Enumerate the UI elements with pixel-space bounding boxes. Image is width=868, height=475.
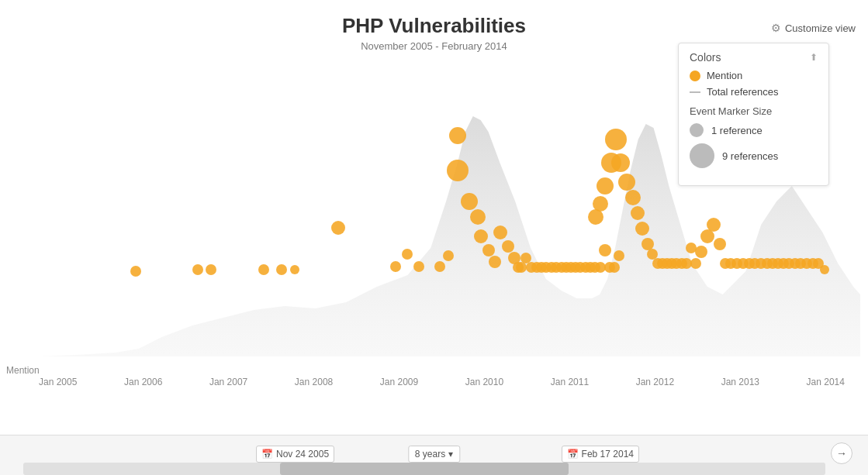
scatter-dot[interactable] (276, 264, 287, 275)
x-axis-label: Jan 2008 (295, 377, 333, 387)
gear-icon: ⚙ (771, 22, 781, 34)
scatter-dot[interactable] (599, 244, 611, 256)
scatter-dot[interactable] (714, 238, 726, 250)
chart-container: PHP Vulnerabilities November 2005 - Febr… (0, 0, 868, 475)
x-axis: Jan 2005Jan 2006Jan 2007Jan 2008Jan 2009… (0, 377, 868, 387)
x-axis-label: Jan 2013 (721, 377, 759, 387)
scatter-dot[interactable] (690, 258, 701, 269)
date-end-value: Feb 17 2014 (582, 449, 634, 460)
customize-view-button[interactable]: ⚙ Customize view (771, 22, 856, 34)
scatter-dot[interactable] (609, 262, 620, 273)
scatter-dot[interactable] (611, 153, 630, 172)
duration-select[interactable]: 8 years ▾ (408, 446, 460, 463)
scatter-dot[interactable] (489, 256, 501, 268)
calendar-right-icon: 📅 (567, 449, 579, 460)
scatter-dot[interactable] (443, 250, 454, 261)
scatter-dot[interactable] (695, 246, 707, 258)
scatter-dot[interactable] (402, 249, 413, 260)
y-axis-label: Mention (6, 365, 40, 376)
scatter-dot[interactable] (470, 209, 486, 225)
collapse-icon[interactable]: ⬆ (810, 52, 818, 63)
scatter-dot[interactable] (413, 261, 424, 272)
x-axis-label: Jan 2007 (209, 377, 247, 387)
scrollbar-handle[interactable] (280, 463, 569, 475)
scatter-dot[interactable] (593, 196, 608, 212)
scatter-dot[interactable] (449, 127, 466, 144)
customize-view-label: Customize view (785, 22, 856, 34)
x-axis-label: Jan 2006 (124, 377, 162, 387)
scatter-dot[interactable] (130, 266, 141, 277)
scatter-dot[interactable] (206, 264, 216, 275)
calendar-left-icon: 📅 (261, 449, 273, 460)
scatter-dot[interactable] (635, 222, 649, 236)
scatter-dot[interactable] (482, 244, 495, 256)
x-axis-label: Jan 2011 (551, 377, 589, 387)
chevron-down-icon: ▾ (448, 449, 453, 460)
scatter-dot[interactable] (258, 264, 269, 275)
scatter-dot[interactable] (331, 221, 345, 235)
scatter-dot[interactable] (614, 250, 624, 261)
date-start-input[interactable]: 📅 Nov 24 2005 (256, 446, 334, 463)
date-end-input[interactable]: 📅 Feb 17 2014 (562, 446, 639, 463)
scatter-dot[interactable] (597, 177, 614, 194)
scatter-dot[interactable] (390, 261, 401, 272)
scatter-dot[interactable] (474, 229, 488, 243)
scatter-dot[interactable] (447, 160, 469, 181)
scatter-dot[interactable] (605, 129, 627, 150)
scatter-dot[interactable] (461, 193, 478, 210)
area-chart-svg (39, 62, 860, 372)
scatter-dot[interactable] (192, 264, 203, 275)
scatter-dot[interactable] (493, 225, 507, 239)
scatter-dot[interactable] (502, 240, 514, 253)
scatter-dot[interactable] (618, 174, 635, 191)
scatter-dot[interactable] (434, 261, 445, 272)
x-axis-label: Jan 2012 (636, 377, 674, 387)
scatter-dot[interactable] (588, 209, 603, 225)
scatter-dot[interactable] (516, 262, 527, 273)
x-axis-label: Jan 2014 (807, 377, 845, 387)
scrollbar-track (23, 463, 825, 475)
x-axis-label: Jan 2009 (380, 377, 418, 387)
scatter-dot[interactable] (707, 218, 721, 232)
scatter-dot[interactable] (625, 190, 641, 205)
chart-area: Mention Jan 2005Jan 2006Jan 2007Jan 2008… (0, 62, 868, 418)
date-start-value: Nov 24 2005 (276, 449, 329, 460)
x-axis-label: Jan 2010 (465, 377, 503, 387)
scatter-dot[interactable] (820, 265, 829, 274)
scroll-right-button[interactable]: → (831, 442, 852, 464)
duration-value: 8 years (415, 449, 445, 460)
scatter-dot[interactable] (631, 206, 645, 220)
chart-title: PHP Vulnerabilities (0, 14, 868, 38)
x-axis-label: Jan 2005 (39, 377, 77, 387)
scatter-dot[interactable] (290, 265, 299, 274)
